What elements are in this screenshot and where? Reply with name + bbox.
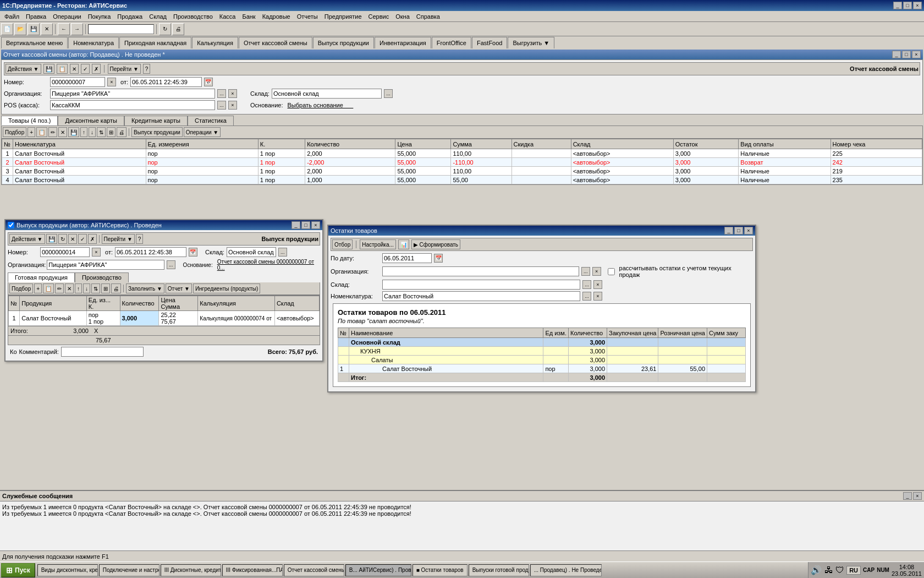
- doc-delete-btn[interactable]: ✕: [70, 64, 79, 74]
- table-row[interactable]: 1 Салат Восточный пор 3,000 23,61 55,00: [338, 364, 746, 373]
- nav-export[interactable]: Выгрузить ▼: [508, 37, 554, 49]
- table-edit-btn[interactable]: ✏: [48, 127, 57, 137]
- table-row[interactable]: 1 Салат Восточный пор 1 пор 2,000 55,000…: [2, 149, 922, 158]
- stock-org-input[interactable]: [382, 266, 579, 276]
- taskbar-item-3[interactable]: III Фиксированная...ПАЛАДЕ: [222, 564, 283, 576]
- refresh-btn[interactable]: ↻: [159, 23, 171, 35]
- pos-clear-btn[interactable]: ×: [228, 101, 237, 110]
- table-del-btn[interactable]: ✕: [58, 127, 67, 137]
- table-row[interactable]: 4 Салат Восточный пор 1 пор 1,000 55,000…: [2, 176, 922, 184]
- stock-settings-btn[interactable]: Настройка...: [360, 239, 396, 249]
- vypusk-print2-btn[interactable]: 🖨: [111, 283, 121, 293]
- number-input[interactable]: [50, 77, 105, 87]
- vypusk-save-btn[interactable]: 💾: [46, 234, 57, 244]
- vypusk-podor-btn[interactable]: Подбор: [9, 283, 33, 293]
- service-close[interactable]: ×: [913, 492, 922, 500]
- menu-help[interactable]: Справка: [413, 12, 443, 21]
- vypusk-post-btn[interactable]: ✓: [78, 234, 87, 244]
- doc-copy-btn[interactable]: 📋: [57, 64, 68, 74]
- nav-kassa-report[interactable]: Отчет кассовой смены: [239, 37, 312, 49]
- vypusk-sort2-btn[interactable]: ⇅: [91, 283, 100, 293]
- menu-edit[interactable]: Правка: [23, 12, 50, 21]
- menu-hr[interactable]: Кадровые: [259, 12, 294, 21]
- vypusk-goto-btn[interactable]: Перейти ▼: [102, 234, 135, 244]
- doc-actions-btn[interactable]: Действия ▼: [6, 64, 41, 74]
- org-input[interactable]: [50, 89, 215, 99]
- vypusk-fill-btn[interactable]: Заполнить ▼: [126, 283, 164, 293]
- service-minimize[interactable]: _: [903, 492, 912, 500]
- stock-wh-clear[interactable]: ×: [593, 280, 602, 289]
- stock-filter-btn[interactable]: Отбор: [332, 239, 353, 249]
- nav-calculation[interactable]: Калькуляция: [192, 37, 238, 49]
- nav-inventory[interactable]: Инвентаризация: [375, 37, 431, 49]
- taskbar-item-1[interactable]: Подключение и настройка...: [99, 564, 160, 576]
- doc-goto-btn[interactable]: Перейти ▼: [108, 64, 141, 74]
- table-operations-btn[interactable]: Операции ▼: [184, 127, 221, 137]
- menu-warehouse[interactable]: Склад: [146, 12, 170, 21]
- tab-goods[interactable]: Товары (4 поз.): [1, 116, 58, 126]
- tab-stats[interactable]: Статистика: [188, 116, 234, 126]
- stock-org-select[interactable]: ...: [581, 267, 590, 276]
- vypusk-date-input[interactable]: [115, 247, 186, 257]
- vypusk-unpost-btn[interactable]: ✗: [88, 234, 97, 244]
- nav-invoice[interactable]: Приходная накладная: [119, 37, 191, 49]
- menu-sales[interactable]: Продажа: [114, 12, 146, 21]
- open-btn[interactable]: 📂: [14, 23, 26, 35]
- doc-help-btn[interactable]: ?: [143, 64, 151, 74]
- vypusk-report-btn[interactable]: Отчет ▼: [166, 283, 192, 293]
- stock-minimize[interactable]: _: [724, 227, 733, 235]
- table-up-btn[interactable]: ↑: [80, 127, 87, 137]
- stock-form-btn[interactable]: 📊: [398, 239, 409, 249]
- vypusk-maximize[interactable]: □: [301, 221, 310, 229]
- delete-btn[interactable]: ✕: [41, 23, 53, 35]
- tab-credit[interactable]: Кредитные карты: [124, 116, 188, 126]
- menu-enterprise[interactable]: Предприятие: [321, 12, 365, 21]
- table-copy-btn[interactable]: 📋: [36, 127, 47, 137]
- table-print-btn[interactable]: 🖨: [117, 127, 127, 137]
- menu-bank[interactable]: Банк: [239, 12, 258, 21]
- vypusk-filter2-btn[interactable]: ⊞: [101, 283, 110, 293]
- doc-unpost-btn[interactable]: ✗: [92, 64, 101, 74]
- vypusk-date-pick[interactable]: 📅: [189, 248, 197, 257]
- vypusk-minimize[interactable]: _: [292, 221, 300, 229]
- basis-value[interactable]: Выбрать основание___: [287, 102, 353, 108]
- table-filter-btn[interactable]: ⊞: [107, 127, 116, 137]
- doc-post-btn[interactable]: ✓: [81, 64, 90, 74]
- back-btn[interactable]: ←: [58, 23, 70, 35]
- vypusk-org-select[interactable]: ...: [167, 260, 175, 269]
- minimize-btn[interactable]: _: [893, 2, 902, 9]
- doc-minimize[interactable]: _: [892, 51, 901, 58]
- table-sort-btn[interactable]: ⇅: [97, 127, 106, 137]
- taskbar-item-5[interactable]: B... АйТИСервис) . Проведен: [345, 564, 411, 576]
- table-down-btn[interactable]: ↓: [89, 127, 96, 137]
- menu-kassa[interactable]: Касса: [216, 12, 239, 21]
- save-btn[interactable]: 💾: [28, 23, 40, 35]
- nav-nomenclature[interactable]: Номенклатура: [68, 37, 119, 49]
- org-clear-btn[interactable]: ×: [228, 89, 237, 98]
- menu-production[interactable]: Производство: [170, 12, 216, 21]
- stock-close[interactable]: ×: [744, 227, 753, 235]
- warehouse-input[interactable]: [272, 89, 382, 99]
- vypusk-edit2-btn[interactable]: ✏: [55, 283, 64, 293]
- stock-calc-checkbox[interactable]: [608, 268, 615, 275]
- nav-frontoffice[interactable]: FrontOffice: [432, 37, 471, 49]
- start-button[interactable]: ⊞ Пуск: [1, 563, 35, 577]
- maximize-btn[interactable]: □: [903, 2, 912, 9]
- vypusk-num-clear[interactable]: ×: [92, 248, 101, 257]
- menu-service[interactable]: Сервис: [365, 12, 393, 21]
- date-input[interactable]: [130, 77, 202, 87]
- table-row[interactable]: 3 Салат Восточный пор 1 пор 2,000 55,000…: [2, 167, 922, 176]
- date-picker-btn[interactable]: 📅: [204, 78, 213, 86]
- nav-fastfood[interactable]: FastFood: [472, 37, 507, 49]
- print-btn[interactable]: 🖨: [172, 23, 184, 35]
- taskbar-item-0[interactable]: Виды дисконтных, кредит...: [37, 564, 98, 576]
- vypusk-ingredients-btn[interactable]: Ингредиенты (продукты): [193, 283, 260, 293]
- comment-input[interactable]: [61, 347, 144, 357]
- stock-wh-input[interactable]: [382, 280, 580, 290]
- goods-table-scroll[interactable]: № Номенклатура Ед. измерения К. Количест…: [2, 139, 922, 184]
- vypusk-reload-btn[interactable]: ↻: [58, 234, 67, 244]
- vypusk-help-btn[interactable]: ?: [136, 234, 144, 244]
- menu-purchase[interactable]: Покупка: [85, 12, 114, 21]
- stock-date-pick[interactable]: 📅: [434, 254, 443, 263]
- pos-select-btn[interactable]: ...: [217, 101, 226, 110]
